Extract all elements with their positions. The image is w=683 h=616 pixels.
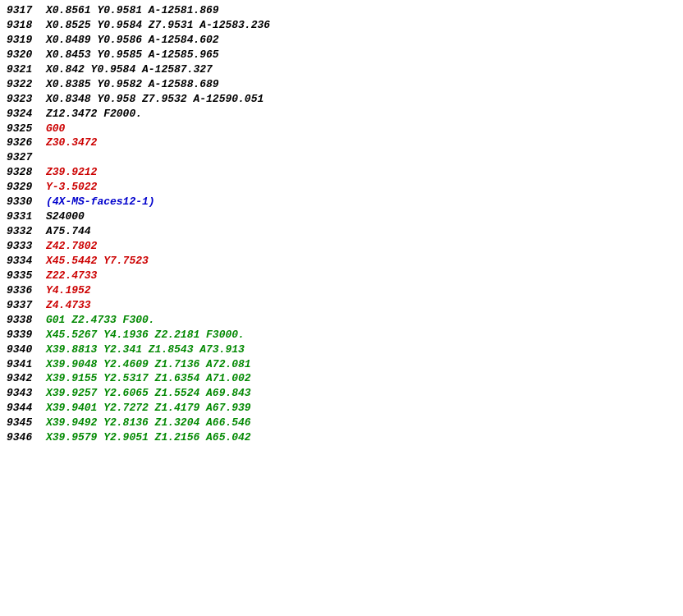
line-content: (4X-MS-faces12-1) <box>46 195 155 209</box>
line-content: X39.9155 Y2.5317 Z1.6354 A71.002 <box>46 371 251 386</box>
line-content: G00 <box>46 122 65 136</box>
line-content: X39.9492 Y2.8136 Z1.3204 A66.546 <box>46 416 251 430</box>
line-number: 9335 <box>7 269 46 283</box>
line-content: Z4.4733 <box>46 298 91 313</box>
line-content: Y4.1952 <box>46 283 91 298</box>
line-content: Z22.4733 <box>46 269 97 283</box>
line-content: Y-3.5022 <box>46 180 97 195</box>
line-number: 9321 <box>7 62 46 77</box>
line-content: G01 Z2.4733 F300. <box>46 313 155 328</box>
code-line: 9335 Z22.4733 <box>7 269 683 283</box>
line-number: 9325 <box>7 122 46 136</box>
line-number: 9340 <box>7 342 46 357</box>
line-number: 9320 <box>7 48 46 62</box>
code-line: 9325 G00 <box>7 122 683 136</box>
code-line: 9320 X0.8453 Y0.9585 A-12585.965 <box>7 48 683 62</box>
line-number: 9328 <box>7 165 46 180</box>
code-line: 9317 X0.8561 Y0.9581 A-12581.869 <box>7 3 683 18</box>
line-number: 9326 <box>7 136 46 150</box>
line-number: 9342 <box>7 371 46 386</box>
code-line: 9326 Z30.3472 <box>7 136 683 150</box>
line-content: X0.8525 Y0.9584 Z7.9531 A-12583.236 <box>46 18 270 33</box>
code-line: 9334 X45.5442 Y7.7523 <box>7 254 683 269</box>
code-line: 9342 X39.9155 Y2.5317 Z1.6354 A71.002 <box>7 371 683 386</box>
line-number: 9330 <box>7 195 46 209</box>
line-number: 9329 <box>7 180 46 195</box>
line-content: Z30.3472 <box>46 136 97 150</box>
line-content: A75.744 <box>46 224 91 239</box>
code-line: 9340 X39.8813 Y2.341 Z1.8543 A73.913 <box>7 342 683 357</box>
code-line: 9346 X39.9579 Y2.9051 Z1.2156 A65.042 <box>7 430 683 445</box>
line-content: Z12.3472 F2000. <box>46 107 142 122</box>
line-content: X45.5267 Y4.1936 Z2.2181 F3000. <box>46 328 245 342</box>
line-number: 9323 <box>7 92 46 107</box>
code-line: 9328 Z39.9212 <box>7 165 683 180</box>
line-number: 9319 <box>7 33 46 48</box>
code-line: 9322 X0.8385 Y0.9582 A-12588.689 <box>7 77 683 92</box>
line-number: 9345 <box>7 416 46 430</box>
line-number: 9338 <box>7 313 46 328</box>
line-content: Z39.9212 <box>46 165 97 180</box>
line-number: 9318 <box>7 18 46 33</box>
line-number: 9343 <box>7 386 46 401</box>
line-number: 9339 <box>7 328 46 342</box>
code-line: 9318 X0.8525 Y0.9584 Z7.9531 A-12583.236 <box>7 18 683 33</box>
line-content: X39.8813 Y2.341 Z1.8543 A73.913 <box>46 342 245 357</box>
line-number: 9341 <box>7 357 46 372</box>
code-line: 9345 X39.9492 Y2.8136 Z1.3204 A66.546 <box>7 416 683 430</box>
line-content: X0.8453 Y0.9585 A-12585.965 <box>46 48 219 62</box>
code-line: 9324 Z12.3472 F2000. <box>7 107 683 122</box>
line-content: X0.8348 Y0.958 Z7.9532 A-12590.051 <box>46 92 264 107</box>
code-line: 9331 S24000 <box>7 209 683 224</box>
line-content: S24000 <box>46 209 85 224</box>
code-line: 9341 X39.9048 Y2.4609 Z1.7136 A72.081 <box>7 357 683 372</box>
line-number: 9332 <box>7 224 46 239</box>
line-number: 9327 <box>7 150 46 165</box>
code-line: 9327 <box>7 150 683 165</box>
line-content: X0.842 Y0.9584 A-12587.327 <box>46 62 213 77</box>
line-content: X39.9048 Y2.4609 Z1.7136 A72.081 <box>46 357 251 372</box>
line-number: 9346 <box>7 430 46 445</box>
code-line: 9338 G01 Z2.4733 F300. <box>7 313 683 328</box>
line-number: 9324 <box>7 107 46 122</box>
line-content: Z42.7802 <box>46 239 97 254</box>
code-line: 9333 Z42.7802 <box>7 239 683 254</box>
line-number: 9333 <box>7 239 46 254</box>
code-line: 9332 A75.744 <box>7 224 683 239</box>
line-number: 9344 <box>7 401 46 416</box>
line-number: 9317 <box>7 3 46 18</box>
code-view: 9317 X0.8561 Y0.9581 A-12581.8699318 X0.… <box>7 3 683 616</box>
code-line: 9343 X39.9257 Y2.6065 Z1.5524 A69.843 <box>7 386 683 401</box>
line-number: 9334 <box>7 254 46 269</box>
line-number: 9322 <box>7 77 46 92</box>
line-number: 9331 <box>7 209 46 224</box>
line-content: X39.9257 Y2.6065 Z1.5524 A69.843 <box>46 386 251 401</box>
line-content: X45.5442 Y7.7523 <box>46 254 149 269</box>
code-line: 9344 X39.9401 Y2.7272 Z1.4179 A67.939 <box>7 401 683 416</box>
line-content: X0.8385 Y0.9582 A-12588.689 <box>46 77 219 92</box>
line-content: X0.8489 Y0.9586 A-12584.602 <box>46 33 219 48</box>
code-line: 9321 X0.842 Y0.9584 A-12587.327 <box>7 62 683 77</box>
code-line: 9336 Y4.1952 <box>7 283 683 298</box>
code-line: 9339 X45.5267 Y4.1936 Z2.2181 F3000. <box>7 328 683 342</box>
code-line: 9323 X0.8348 Y0.958 Z7.9532 A-12590.051 <box>7 92 683 107</box>
code-line: 9329 Y-3.5022 <box>7 180 683 195</box>
code-line: 9319 X0.8489 Y0.9586 A-12584.602 <box>7 33 683 48</box>
line-content: X39.9579 Y2.9051 Z1.2156 A65.042 <box>46 430 251 445</box>
line-content: X39.9401 Y2.7272 Z1.4179 A67.939 <box>46 401 251 416</box>
line-content: X0.8561 Y0.9581 A-12581.869 <box>46 3 219 18</box>
code-line: 9330 (4X-MS-faces12-1) <box>7 195 683 209</box>
line-number: 9337 <box>7 298 46 313</box>
code-line: 9337 Z4.4733 <box>7 298 683 313</box>
line-number: 9336 <box>7 283 46 298</box>
